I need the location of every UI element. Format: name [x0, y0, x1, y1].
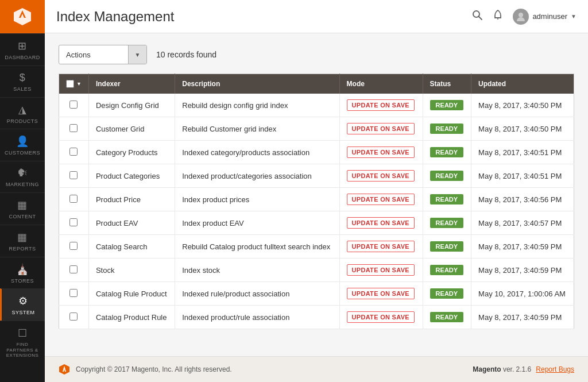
- status-badge: READY: [430, 265, 464, 275]
- status-badge: READY: [430, 218, 464, 228]
- sidebar-item-system[interactable]: ⚙ SYSTEM: [0, 288, 45, 321]
- index-management-table: ▼ Indexer Description Mode Status Update…: [59, 74, 574, 329]
- sidebar-item-content[interactable]: ▦ CONTENT: [0, 192, 45, 225]
- stores-icon: ⛪: [16, 263, 29, 276]
- row-checkbox-cell: [59, 141, 89, 164]
- footer-logo-icon: [59, 364, 70, 375]
- mode-badge[interactable]: UPDATE ON SAVE: [347, 123, 415, 134]
- report-bugs-link[interactable]: Report Bugs: [536, 365, 574, 373]
- user-dropdown-icon: ▼: [571, 13, 577, 20]
- sidebar-logo[interactable]: [0, 0, 45, 33]
- cell-mode: UPDATE ON SAVE: [339, 258, 423, 282]
- cell-updated: May 8, 2017, 3:40:51 PM: [471, 141, 574, 164]
- row-checkbox-cell: [59, 258, 89, 282]
- sidebar-item-label: MARKETING: [6, 182, 39, 188]
- cell-mode: UPDATE ON SAVE: [339, 141, 423, 164]
- th-updated: Updated: [471, 74, 574, 94]
- reports-icon: ▦: [17, 231, 28, 244]
- mode-badge[interactable]: UPDATE ON SAVE: [347, 264, 415, 276]
- user-menu[interactable]: adminuser ▼: [513, 9, 577, 25]
- row-checkbox[interactable]: [69, 242, 78, 250]
- th-checkbox-arrow[interactable]: ▼: [76, 81, 82, 87]
- mode-badge[interactable]: UPDATE ON SAVE: [347, 146, 415, 158]
- mode-badge[interactable]: UPDATE ON SAVE: [347, 288, 415, 299]
- topbar: Index Management: [45, 0, 588, 33]
- mode-badge[interactable]: UPDATE ON SAVE: [347, 99, 415, 111]
- row-checkbox[interactable]: [69, 312, 78, 321]
- row-checkbox[interactable]: [69, 124, 78, 132]
- status-badge: READY: [430, 241, 464, 252]
- sidebar-item-label: SYSTEM: [11, 310, 34, 316]
- mode-badge[interactable]: UPDATE ON SAVE: [347, 311, 415, 323]
- row-checkbox-cell: [59, 211, 89, 235]
- page-title: Index Management: [56, 9, 174, 25]
- mode-badge[interactable]: UPDATE ON SAVE: [347, 217, 415, 229]
- cell-status: READY: [423, 235, 471, 258]
- sidebar-item-reports[interactable]: ▦ REPORTS: [0, 225, 45, 257]
- sidebar-item-label: STORES: [11, 278, 34, 284]
- footer-version: Magento ver. 2.1.6: [473, 365, 531, 373]
- th-description: Description: [175, 74, 339, 94]
- sales-icon: $: [20, 72, 26, 84]
- status-badge: READY: [430, 171, 464, 181]
- row-checkbox[interactable]: [69, 265, 78, 273]
- footer: Copyright © 2017 Magento, Inc. All right…: [45, 356, 588, 382]
- row-checkbox[interactable]: [69, 289, 78, 297]
- cell-mode: UPDATE ON SAVE: [339, 211, 423, 235]
- select-all-checkbox[interactable]: [66, 80, 74, 88]
- table-row: Category Products Indexed category/produ…: [59, 141, 574, 164]
- cell-status: READY: [423, 117, 471, 141]
- row-checkbox[interactable]: [69, 218, 78, 226]
- footer-brand: Magento: [473, 365, 501, 373]
- sidebar-item-dashboard[interactable]: ⊞ DASHBOARD: [0, 33, 45, 65]
- sidebar-item-label: FIND PARTNERS & EXTENSIONS: [2, 342, 42, 358]
- cell-indexer: Catalog Product Rule: [88, 306, 175, 329]
- footer-left: Copyright © 2017 Magento, Inc. All right…: [59, 364, 232, 375]
- row-checkbox[interactable]: [69, 148, 78, 156]
- row-checkbox[interactable]: [69, 101, 78, 109]
- table-header-row: ▼ Indexer Description Mode Status Update…: [59, 74, 574, 94]
- cell-mode: UPDATE ON SAVE: [339, 94, 423, 117]
- row-checkbox[interactable]: [69, 171, 78, 179]
- search-icon[interactable]: [471, 9, 483, 24]
- status-badge: READY: [430, 147, 464, 157]
- th-checkbox: ▼: [59, 74, 89, 94]
- table-row: Catalog Search Rebuild Catalog product f…: [59, 235, 574, 258]
- notifications-icon[interactable]: [492, 9, 504, 24]
- content-area: Actions ▼ 10 records found ▼ Indexer Des…: [45, 33, 588, 356]
- cell-description: Index product EAV: [175, 211, 339, 235]
- footer-copyright: Copyright © 2017 Magento, Inc. All right…: [76, 365, 232, 373]
- cell-status: READY: [423, 282, 471, 306]
- cell-indexer: Product EAV: [88, 211, 175, 235]
- actions-arrow[interactable]: ▼: [128, 45, 146, 64]
- cell-updated: May 8, 2017, 3:40:50 PM: [471, 94, 574, 117]
- cell-mode: UPDATE ON SAVE: [339, 235, 423, 258]
- mode-badge[interactable]: UPDATE ON SAVE: [347, 241, 415, 252]
- cell-indexer: Catalog Rule Product: [88, 282, 175, 306]
- mode-badge[interactable]: UPDATE ON SAVE: [347, 170, 415, 182]
- mode-badge[interactable]: UPDATE ON SAVE: [347, 194, 415, 205]
- footer-ver: ver. 2.1.6: [503, 365, 531, 373]
- cell-updated: May 8, 2017, 3:40:51 PM: [471, 164, 574, 188]
- sidebar-item-label: CUSTOMERS: [5, 150, 40, 156]
- sidebar-item-stores[interactable]: ⛪ STORES: [0, 257, 45, 289]
- cell-updated: May 8, 2017, 3:40:59 PM: [471, 258, 574, 282]
- table-row: Catalog Rule Product Indexed rule/produc…: [59, 282, 574, 306]
- th-indexer: Indexer: [88, 74, 175, 94]
- cell-mode: UPDATE ON SAVE: [339, 188, 423, 211]
- sidebar-item-sales[interactable]: $ SALES: [0, 65, 45, 97]
- cell-indexer: Category Products: [88, 141, 175, 164]
- sidebar-item-products[interactable]: ◮ PRODUCTS: [0, 97, 45, 129]
- svg-point-4: [519, 13, 523, 17]
- row-checkbox-cell: [59, 282, 89, 306]
- sidebar-item-customers[interactable]: 👤 CUSTOMERS: [0, 129, 45, 161]
- sidebar-item-marketing[interactable]: 🗣 MARKETING: [0, 161, 45, 192]
- actions-dropdown[interactable]: Actions ▼: [59, 45, 147, 64]
- cell-description: Indexed rule/product association: [175, 282, 339, 306]
- sidebar-item-extensions[interactable]: ☐ FIND PARTNERS & EXTENSIONS: [0, 321, 45, 363]
- table-row: Product EAV Index product EAV UPDATE ON …: [59, 211, 574, 235]
- row-checkbox-cell: [59, 164, 89, 188]
- cell-status: READY: [423, 188, 471, 211]
- cell-updated: May 8, 2017, 3:40:57 PM: [471, 211, 574, 235]
- row-checkbox[interactable]: [69, 195, 78, 203]
